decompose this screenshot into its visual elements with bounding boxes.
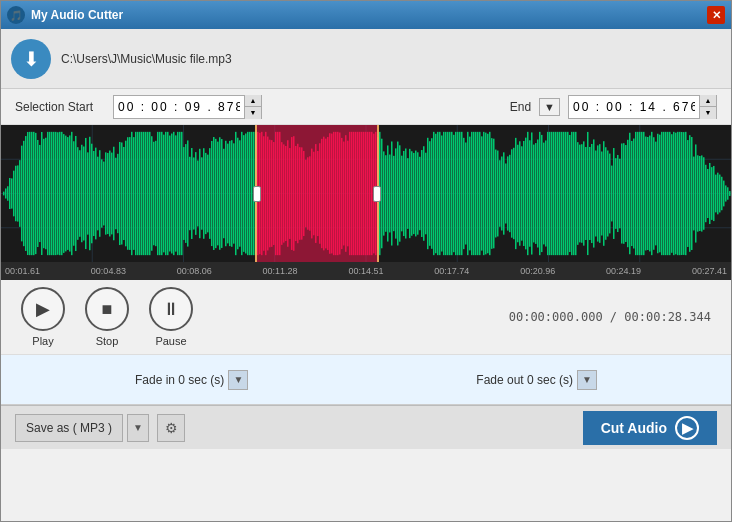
- start-time-up[interactable]: ▲: [245, 95, 261, 107]
- end-time-input[interactable]: [569, 100, 699, 114]
- timeline-label-7: 00:24.19: [606, 266, 641, 276]
- cut-audio-icon: ▶: [675, 416, 699, 440]
- stop-button[interactable]: ■ Stop: [85, 287, 129, 347]
- cut-audio-label: Cut Audio: [601, 420, 667, 436]
- settings-button[interactable]: ⚙: [157, 414, 185, 442]
- end-time-input-group[interactable]: ▲ ▼: [568, 95, 717, 119]
- pause-label: Pause: [155, 335, 186, 347]
- fade-in-label: Fade in 0 sec (s): [135, 373, 224, 387]
- timeline: 00:01.61 00:04.83 00:08.06 00:11.28 00:1…: [1, 262, 731, 280]
- end-time-spinner[interactable]: ▲ ▼: [699, 95, 716, 119]
- timeline-label-4: 00:14.51: [348, 266, 383, 276]
- save-as-button[interactable]: Save as ( MP3 ): [15, 414, 123, 442]
- waveform-container[interactable]: 00:01.61 00:04.83 00:08.06 00:11.28 00:1…: [1, 125, 731, 280]
- save-btn-group: Save as ( MP3 ) ▼ ⚙: [15, 414, 185, 442]
- title-bar-left: 🎵 My Audio Cutter: [7, 6, 123, 24]
- play-button[interactable]: ▶ Play: [21, 287, 65, 347]
- title-bar: 🎵 My Audio Cutter ✕: [1, 1, 731, 29]
- timeline-label-3: 00:11.28: [263, 266, 298, 276]
- start-time-down[interactable]: ▼: [245, 107, 261, 119]
- time-display: 00:00:000.000 / 00:00:28.344: [509, 310, 711, 324]
- start-time-input-group[interactable]: ▲ ▼: [113, 95, 262, 119]
- file-path: C:\Users\J\Music\Music file.mp3: [61, 52, 232, 66]
- timeline-label-2: 00:08.06: [177, 266, 212, 276]
- bottom-bar: Save as ( MP3 ) ▼ ⚙ Cut Audio ▶: [1, 405, 731, 449]
- settings-icon: ⚙: [165, 420, 178, 436]
- controls-bar: ▶ Play ■ Stop ⏸ Pause 00:00:000.000 / 00…: [1, 280, 731, 355]
- play-icon[interactable]: ▶: [21, 287, 65, 331]
- play-label: Play: [32, 335, 53, 347]
- download-button[interactable]: ⬇: [11, 39, 51, 79]
- download-icon: ⬇: [23, 47, 40, 71]
- fade-out-label: Fade out 0 sec (s): [476, 373, 573, 387]
- main-window: 🎵 My Audio Cutter ✕ ⬇ C:\Users\J\Music\M…: [0, 0, 732, 522]
- pause-icon[interactable]: ⏸: [149, 287, 193, 331]
- fade-out-group: Fade out 0 sec (s) ▼: [476, 370, 597, 390]
- timeline-labels: 00:01.61 00:04.83 00:08.06 00:11.28 00:1…: [1, 266, 731, 276]
- end-time-down[interactable]: ▼: [700, 107, 716, 119]
- stop-icon[interactable]: ■: [85, 287, 129, 331]
- selection-start-label: Selection Start: [15, 100, 105, 114]
- timeline-label-5: 00:17.74: [434, 266, 469, 276]
- start-time-spinner[interactable]: ▲ ▼: [244, 95, 261, 119]
- save-dropdown-button[interactable]: ▼: [127, 414, 149, 442]
- close-button[interactable]: ✕: [707, 6, 725, 24]
- selection-bar: Selection Start ▲ ▼ End ▼ ▲ ▼: [1, 89, 731, 125]
- selection-handle-left[interactable]: [253, 186, 261, 202]
- fade-out-dropdown[interactable]: ▼: [577, 370, 597, 390]
- timeline-label-1: 00:04.83: [91, 266, 126, 276]
- toolbar: ⬇ C:\Users\J\Music\Music file.mp3: [1, 29, 731, 89]
- timeline-label-0: 00:01.61: [5, 266, 40, 276]
- window-title: My Audio Cutter: [31, 8, 123, 22]
- dropdown-icon: ▼: [133, 422, 143, 433]
- end-label: End: [510, 100, 531, 114]
- timeline-label-8: 00:27.41: [692, 266, 727, 276]
- effects-bar: Fade in 0 sec (s) ▼ Fade out 0 sec (s) ▼: [1, 355, 731, 405]
- fade-in-dropdown[interactable]: ▼: [228, 370, 248, 390]
- end-time-up[interactable]: ▲: [700, 95, 716, 107]
- selection-overlay[interactable]: [255, 125, 379, 262]
- end-dropdown-btn[interactable]: ▼: [539, 98, 560, 116]
- selection-handle-right[interactable]: [373, 186, 381, 202]
- start-time-input[interactable]: [114, 100, 244, 114]
- cut-audio-button[interactable]: Cut Audio ▶: [583, 411, 717, 445]
- fade-in-group: Fade in 0 sec (s) ▼: [135, 370, 248, 390]
- app-icon: 🎵: [7, 6, 25, 24]
- pause-button[interactable]: ⏸ Pause: [149, 287, 193, 347]
- timeline-label-6: 00:20.96: [520, 266, 555, 276]
- stop-label: Stop: [96, 335, 119, 347]
